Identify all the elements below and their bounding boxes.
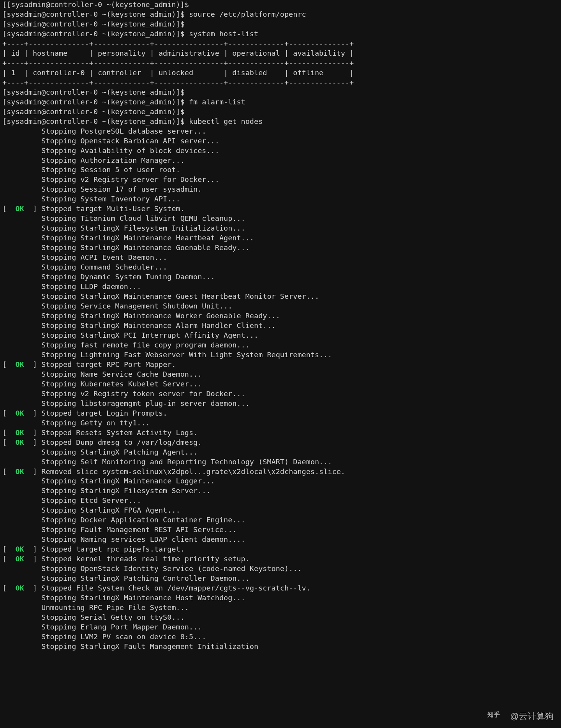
log-line: Stopping Session 17 of user sysadmin. — [2, 185, 559, 194]
log-line: Stopping Lightning Fast Webserver With L… — [2, 351, 332, 359]
shell-command: source /etc/platform/openrc — [189, 10, 306, 18]
log-line: Stopping Fault Management REST API Servi… — [2, 525, 236, 534]
log-line: Stopping LVM2 PV scan on device 8:5... — [2, 633, 206, 641]
log-text: Stopped target rpc_pipefs.target. — [41, 545, 185, 553]
log-line: Stopping Etcd Server... — [2, 496, 141, 504]
log-line: Stopping LLDP daemon... — [2, 282, 559, 292]
status-ok: OK — [15, 584, 24, 592]
log-line: Stopping StarlingX Patching Agent... — [2, 448, 559, 457]
log-line: Stopping StarlingX Filesystem Initializa… — [2, 224, 559, 233]
log-line: Stopping StarlingX FPGA Agent... — [2, 506, 559, 515]
log-line: Stopping Lightning Fast Webserver With L… — [2, 350, 559, 360]
log-line: Stopping Self Monitoring and Reporting T… — [2, 458, 332, 466]
log-line: Stopping v2 Registry server for Docker..… — [2, 175, 559, 185]
log-line: Stopping PostgreSQL database server... — [2, 127, 206, 135]
log-line: Stopping libstoragemgmt plug-in server d… — [2, 399, 559, 409]
table-border: +----+--------------+-------------+-----… — [2, 58, 559, 68]
log-text: Stopped Resets System Activity Logs. — [41, 428, 198, 437]
table-row: | 1 | controller-0 | controller | unlock… — [2, 68, 559, 78]
log-line: Stopping LLDP daemon... — [2, 282, 141, 291]
log-line: Stopping StarlingX Patching Controller D… — [2, 574, 250, 582]
log-line-ok: [ OK ] Stopped Dump dmesg to /var/log/dm… — [2, 438, 559, 448]
shell-prompt: [sysadmin@controller-0 ~(keystone_admin)… — [2, 10, 189, 18]
log-line: Stopping Dynamic System Tuning Daemon... — [2, 272, 559, 282]
log-line: Stopping StarlingX Maintenance Worker Go… — [2, 311, 559, 321]
status-open: [ — [2, 584, 15, 592]
log-line: Stopping PostgreSQL database server... — [2, 127, 559, 136]
status-open: [ — [2, 204, 15, 213]
status-ok: OK — [15, 360, 24, 368]
log-line-ok: [ OK ] Stopped Resets System Activity Lo… — [2, 428, 559, 438]
status-ok: OK — [15, 204, 24, 213]
log-line: Stopping Erlang Port Mapper Daemon... — [2, 623, 202, 631]
log-line: Stopping v2 Registry token server for Do… — [2, 390, 245, 398]
log-line: Stopping Openstack Barbican API server..… — [2, 137, 219, 145]
shell-command: system host-list — [189, 30, 258, 38]
table-header: | id | hostname | personality | administ… — [2, 49, 354, 57]
log-line: Stopping Docker Application Container En… — [2, 515, 559, 525]
shell-prompt: [sysadmin@controller-0 ~(keystone_admin)… — [2, 88, 189, 96]
log-line: Stopping Service Management Shutdown Uni… — [2, 301, 559, 311]
terminal-output[interactable]: [[sysadmin@controller-0 ~(keystone_admin… — [0, 0, 561, 654]
status-close: ] — [24, 204, 42, 213]
log-line: Stopping Name Service Cache Daemon... — [2, 370, 202, 378]
log-line: Stopping Openstack Barbican API server..… — [2, 136, 559, 146]
log-line-ok: [ OK ] Stopped target Login Prompts. — [2, 409, 559, 418]
log-line: Stopping v2 Registry token server for Do… — [2, 389, 559, 399]
log-text: Stopped File System Check on /dev/mapper… — [41, 584, 310, 592]
prompt-line: [sysadmin@controller-0 ~(keystone_admin)… — [2, 19, 559, 29]
log-line: Stopping OpenStack Identity Service (cod… — [2, 564, 559, 574]
log-line: Stopping StarlingX Filesystem Initializa… — [2, 224, 245, 232]
log-line: Stopping StarlingX PCI Interrupt Affinit… — [2, 331, 559, 340]
shell-command: kubectl get nodes — [189, 117, 263, 125]
log-line: Stopping StarlingX FPGA Agent... — [2, 506, 180, 514]
log-line: Stopping Session 5 of user root. — [2, 165, 559, 175]
status-close: ] — [24, 428, 42, 437]
log-line: Unmounting RPC Pipe File System... — [2, 603, 189, 612]
prompt-line: [[sysadmin@controller-0 ~(keystone_admin… — [2, 0, 559, 10]
log-line: Stopping StarlingX Filesystem Server... — [2, 487, 211, 495]
log-text: Stopped target RPC Port Mapper. — [41, 360, 176, 368]
status-close: ] — [24, 409, 42, 417]
log-line: Stopping Naming services LDAP client dae… — [2, 535, 245, 543]
log-line: Stopping StarlingX Fault Management Init… — [2, 642, 258, 650]
log-line: Stopping StarlingX Filesystem Server... — [2, 486, 559, 496]
log-line-ok: [ OK ] Stopped target RPC Port Mapper. — [2, 360, 559, 370]
log-text: Stopped kernel threads real time priorit… — [41, 555, 250, 563]
status-close: ] — [24, 584, 42, 592]
log-line: Stopping StarlingX Maintenance Host Watc… — [2, 594, 245, 602]
log-line: Stopping Authorization Manager... — [2, 156, 185, 164]
log-line: Stopping StarlingX Maintenance Heartbeat… — [2, 233, 559, 243]
status-close: ] — [24, 555, 42, 563]
log-line: Stopping Kubernetes Kubelet Server... — [2, 380, 202, 388]
shell-prompt: [[sysadmin@controller-0 ~(keystone_admin… — [2, 0, 193, 9]
status-close: ] — [24, 438, 42, 446]
status-close: ] — [24, 360, 42, 368]
status-open: [ — [2, 428, 15, 437]
shell-prompt: [sysadmin@controller-0 ~(keystone_admin)… — [2, 108, 189, 116]
log-line: Stopping Etcd Server... — [2, 496, 559, 506]
status-close: ] — [24, 467, 42, 476]
log-line: Stopping StarlingX Maintenance Logger... — [2, 476, 559, 486]
table-border: +----+--------------+-------------+-----… — [2, 39, 354, 48]
log-line: Stopping Docker Application Container En… — [2, 516, 245, 524]
log-line: Stopping StarlingX PCI Interrupt Affinit… — [2, 331, 258, 339]
prompt-line: [sysadmin@controller-0 ~(keystone_admin)… — [2, 88, 559, 97]
log-line: Stopping ACPI Event Daemon... — [2, 253, 167, 261]
log-line-ok: [ OK ] Stopped target Multi-User System. — [2, 204, 559, 214]
log-line: Stopping Session 5 of user root. — [2, 166, 180, 174]
prompt-line: [sysadmin@controller-0 ~(keystone_admin)… — [2, 29, 559, 39]
log-text: Stopped target Multi-User System. — [41, 204, 185, 213]
log-line: Stopping v2 Registry server for Docker..… — [2, 175, 219, 183]
status-ok: OK — [15, 555, 24, 563]
log-line: Stopping Titanium Cloud libvirt QEMU cle… — [2, 214, 559, 224]
log-line: Stopping Availability of block devices..… — [2, 146, 219, 155]
status-ok: OK — [15, 428, 24, 437]
log-line: Stopping Command Scheduler... — [2, 263, 559, 272]
status-ok: OK — [15, 438, 24, 446]
log-line: Stopping StarlingX Maintenance Heartbeat… — [2, 234, 254, 242]
shell-prompt: [sysadmin@controller-0 ~(keystone_admin)… — [2, 98, 189, 106]
shell-command: fm alarm-list — [189, 98, 245, 106]
log-line: Stopping StarlingX Maintenance Guest Hea… — [2, 292, 319, 300]
log-line: Stopping libstoragemgmt plug-in server d… — [2, 399, 250, 407]
